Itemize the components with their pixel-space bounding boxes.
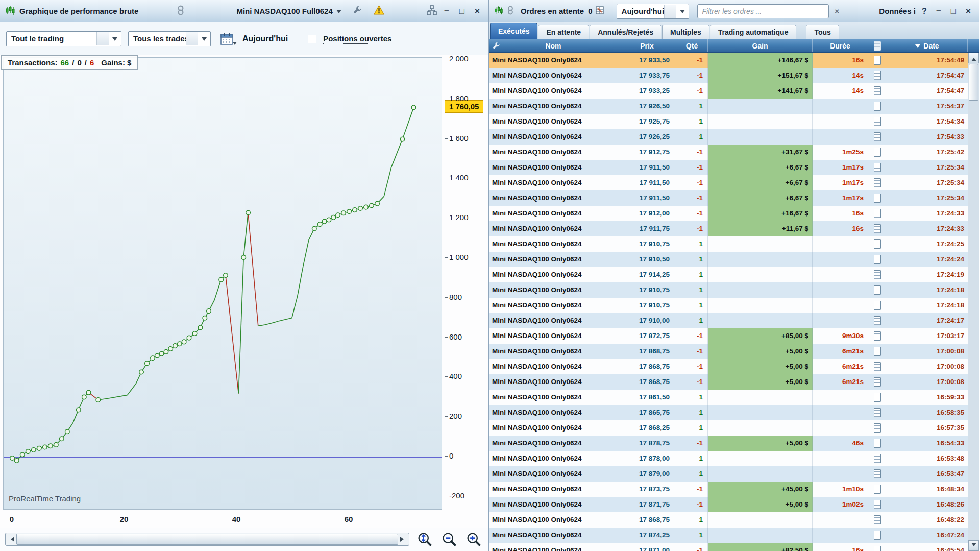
table-row[interactable]: Mini NASDAQ100 Only062417 912,75-1+31,67… <box>489 145 979 160</box>
table-settings-wrench-icon[interactable] <box>492 41 501 52</box>
order-details-cell[interactable] <box>868 83 887 99</box>
scrollbar-thumb[interactable] <box>969 64 978 101</box>
instrument-selector[interactable]: Mini NASDAQ100 Full0624 <box>233 5 344 17</box>
document-icon[interactable] <box>874 377 881 387</box>
order-details-cell[interactable] <box>868 145 887 160</box>
scroll-up-button[interactable] <box>968 53 979 63</box>
scrollbar-thumb[interactable] <box>16 534 398 545</box>
document-icon[interactable] <box>874 546 881 551</box>
column-header-duree[interactable]: Durée <box>813 39 868 52</box>
document-icon[interactable] <box>874 224 881 233</box>
table-row[interactable]: Mini NASDAQ100 Only062417 868,25116:57:3… <box>489 420 979 436</box>
scroll-down-button[interactable] <box>968 540 979 551</box>
tab-annul-s-rejet-s[interactable]: Annulés/Rejetés <box>590 25 662 39</box>
share-link-icon[interactable] <box>427 5 437 17</box>
table-row[interactable]: Mini NASDAQ100 Only062417 933,50-1+146,6… <box>489 53 979 68</box>
order-details-cell[interactable] <box>868 68 887 83</box>
clear-filter-button[interactable]: × <box>832 6 842 16</box>
table-row[interactable]: Mini NASDAQ100 Only062417 910,50117:24:2… <box>489 252 979 267</box>
document-icon[interactable] <box>874 56 881 65</box>
document-icon[interactable] <box>874 102 881 111</box>
vertical-scrollbar[interactable] <box>968 53 979 551</box>
order-details-cell[interactable] <box>868 420 887 436</box>
document-icon[interactable] <box>874 500 881 509</box>
tab-tous[interactable]: Tous <box>806 25 839 39</box>
document-icon[interactable] <box>874 132 881 141</box>
table-row[interactable]: Mini NASDAQ100 Only062417 873,75-1+45,00… <box>489 482 979 497</box>
document-icon[interactable] <box>874 163 881 172</box>
order-details-cell[interactable] <box>868 298 887 313</box>
maximize-button[interactable]: □ <box>456 6 468 17</box>
order-details-cell[interactable] <box>868 497 887 512</box>
order-details-cell[interactable] <box>868 190 887 206</box>
document-icon[interactable] <box>874 408 881 417</box>
order-details-cell[interactable] <box>868 252 887 267</box>
table-row[interactable]: Mini NASDAQ100 Only062417 872,75-1+85,00… <box>489 328 979 344</box>
order-details-cell[interactable] <box>868 512 887 528</box>
table-row[interactable]: Mini NASDAQ100 Only062417 871,75-1+5,00 … <box>489 497 979 512</box>
tab-ex-cut-s[interactable]: Exécutés <box>490 23 537 39</box>
order-details-cell[interactable] <box>868 344 887 359</box>
order-details-cell[interactable] <box>868 436 887 451</box>
zoom-in-button[interactable] <box>464 530 483 548</box>
table-row[interactable]: Mini NASDAQ100 Only062417 868,75-1+5,00 … <box>489 374 979 390</box>
open-positions-checkbox[interactable] <box>308 35 316 43</box>
order-details-cell[interactable] <box>868 313 887 328</box>
document-icon[interactable] <box>874 454 881 463</box>
filter-orders-input[interactable] <box>697 4 829 18</box>
document-icon[interactable] <box>874 194 881 203</box>
table-row[interactable]: Mini NASDAQ100 Only062417 911,75-1+11,67… <box>489 221 979 236</box>
orders-period-select[interactable]: Aujourd'hui <box>617 4 689 19</box>
document-icon[interactable] <box>874 485 881 494</box>
order-details-cell[interactable] <box>868 359 887 374</box>
order-details-cell[interactable] <box>868 53 887 68</box>
document-icon[interactable] <box>874 148 881 157</box>
document-icon[interactable] <box>874 439 881 448</box>
table-row[interactable]: Mini NASDAQ100 Only062417 868,75-1+5,00 … <box>489 344 979 359</box>
document-icon[interactable] <box>874 301 881 310</box>
order-details-cell[interactable] <box>868 267 887 282</box>
scroll-left-button[interactable] <box>6 534 16 545</box>
table-row[interactable]: Mini NASDAQ100 Only062417 878,00116:53:4… <box>489 451 979 466</box>
order-details-cell[interactable] <box>868 129 887 145</box>
tab-en-attente[interactable]: En attente <box>538 25 589 39</box>
document-icon[interactable] <box>874 469 881 478</box>
document-icon[interactable] <box>874 209 881 218</box>
document-icon[interactable] <box>874 331 881 341</box>
table-row[interactable]: Mini NASDAQ100 Only062417 910,00117:24:1… <box>489 313 979 328</box>
close-button[interactable]: × <box>963 6 974 17</box>
tab-trading-automatique[interactable]: Trading automatique <box>710 25 797 39</box>
settings-wrench-icon[interactable] <box>353 5 362 17</box>
document-icon[interactable] <box>874 347 881 356</box>
document-icon[interactable] <box>874 71 881 80</box>
document-icon[interactable] <box>874 239 881 249</box>
document-icon[interactable] <box>874 285 881 295</box>
document-icon[interactable] <box>874 255 881 264</box>
minimize-button[interactable]: − <box>441 6 452 17</box>
table-row[interactable]: Mini NASDAQ100 Only062417 933,25-1+141,6… <box>489 83 979 99</box>
document-icon[interactable] <box>874 515 881 524</box>
document-icon[interactable] <box>874 393 881 402</box>
document-icon[interactable] <box>874 423 881 433</box>
link-chain-icon[interactable] <box>506 5 514 18</box>
orders-grid-icon[interactable] <box>596 6 604 16</box>
table-row[interactable]: Mini NASDAQ100 Only062417 911,50-1+6,67 … <box>489 175 979 190</box>
order-details-cell[interactable] <box>868 390 887 405</box>
zoom-out-button[interactable] <box>440 530 458 548</box>
order-details-cell[interactable] <box>868 175 887 190</box>
column-header-nom[interactable]: Nom <box>489 39 618 52</box>
table-row[interactable]: Mini NASDAQ100 Only062417 874,25116:47:2… <box>489 528 979 543</box>
document-icon[interactable] <box>874 270 881 279</box>
document-icon[interactable] <box>874 86 881 95</box>
table-row[interactable]: Mini NASDAQ100 Only062417 911,50-1+6,67 … <box>489 190 979 206</box>
warning-icon[interactable] <box>374 5 384 17</box>
document-icon[interactable] <box>874 362 881 371</box>
order-details-cell[interactable] <box>868 236 887 252</box>
column-header-details[interactable] <box>868 39 887 52</box>
link-chain-icon[interactable] <box>176 5 185 18</box>
trades-select[interactable]: Tous les trades <box>128 31 211 46</box>
table-row[interactable]: Mini NASDAQ100 Only062417 879,00116:53:4… <box>489 466 979 482</box>
order-details-cell[interactable] <box>868 114 887 129</box>
order-details-cell[interactable] <box>868 160 887 175</box>
table-row[interactable]: Mini NASDAQ100 Only062417 911,50-1+6,67 … <box>489 160 979 175</box>
